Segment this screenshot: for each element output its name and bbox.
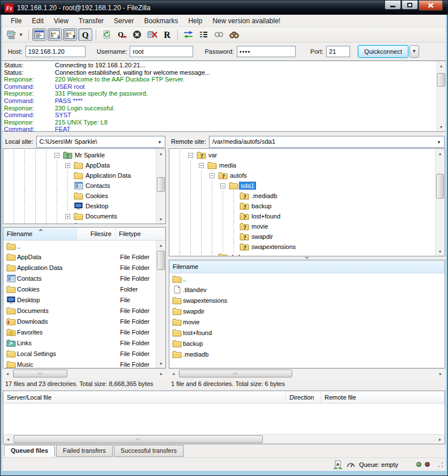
scroll-up-icon[interactable]: ▲ [156, 241, 165, 250]
scroll-right-icon[interactable]: ► [436, 369, 445, 378]
scroll-up-icon[interactable]: ▲ [156, 149, 165, 158]
speed-limit-icon[interactable] [346, 460, 356, 469]
file-row-item[interactable]: .. [3, 241, 156, 251]
local-tree-scrollbar[interactable]: ▲ ▼ [156, 149, 165, 224]
collapse-icon[interactable]: − [199, 163, 204, 168]
scroll-right-icon[interactable]: ► [436, 435, 445, 444]
tab-queued-files[interactable]: Queued files [4, 445, 55, 457]
tree-item-sda1[interactable]: −sda1 [170, 181, 435, 191]
port-input[interactable] [326, 46, 350, 57]
quickconnect-button[interactable]: Quickconnect [358, 45, 408, 58]
menu-item-view[interactable]: View [49, 16, 74, 26]
file-row-application-data[interactable]: Application DataFile Folder [3, 262, 156, 273]
cancel-button[interactable] [130, 28, 144, 41]
local-list-scrollbar[interactable]: ▲ ▼ [156, 241, 165, 368]
file-row-item[interactable]: .. [169, 273, 445, 284]
scroll-thumb[interactable] [13, 370, 67, 378]
tree-item-media[interactable]: −media [170, 160, 435, 170]
scroll-track[interactable] [12, 435, 436, 444]
tree-item-lost-found[interactable]: ?lost+found [170, 211, 435, 221]
scroll-down-icon[interactable]: ▼ [156, 215, 165, 224]
menu-item-edit[interactable]: Edit [27, 16, 49, 26]
tree-item-cookies[interactable]: Cookies [4, 191, 156, 201]
toggle-queue-button[interactable]: Q [78, 28, 92, 41]
chevron-down-icon[interactable]: ▼ [157, 140, 162, 145]
quickconnect-dropdown[interactable]: ▼ [409, 45, 419, 58]
remote-horizontal-scrollbar[interactable]: ◄ ► [169, 368, 445, 378]
file-row-movie[interactable]: movie [169, 316, 445, 327]
file-row-downloads[interactable]: DownloadsFile Folder [3, 316, 156, 327]
toggle-message-log-button[interactable] [32, 28, 46, 41]
tab-successful-transfers[interactable]: Successful transfers [114, 445, 184, 457]
scroll-left-icon[interactable]: ◄ [169, 369, 178, 378]
file-row-mediadb[interactable]: .mediadb [169, 349, 445, 359]
directory-listing-filters-button[interactable] [197, 28, 211, 41]
scroll-track[interactable] [436, 158, 445, 247]
disconnect-button[interactable] [145, 28, 159, 41]
file-row-documents[interactable]: DocumentsFile Folder [3, 305, 156, 316]
file-row-lost-found[interactable]: lost+found [169, 327, 445, 338]
resize-grip[interactable] [438, 462, 443, 468]
scroll-right-icon[interactable]: ► [157, 369, 166, 378]
menu-item-help[interactable]: Help [183, 16, 207, 26]
compare-directories-button[interactable] [181, 28, 195, 41]
scroll-down-icon[interactable]: ▼ [436, 247, 445, 256]
remote-tree-scrollbar[interactable]: ▲ ▼ [435, 149, 445, 256]
title-bar[interactable]: Fz 192.168.1.20 - root@192.168.1.20 - Fi… [1, 1, 447, 15]
scroll-track[interactable] [12, 369, 157, 378]
tree-item-documents[interactable]: +Documents [4, 211, 156, 221]
file-row-links[interactable]: LinksFile Folder [3, 337, 156, 348]
scroll-down-icon[interactable]: ▼ [437, 122, 446, 131]
file-row-desktop[interactable]: DesktopFile [3, 294, 156, 305]
column-filesize[interactable]: Filesize [77, 228, 116, 240]
scroll-track[interactable] [437, 70, 446, 122]
file-row-favorites[interactable]: FavoritesFile Folder [3, 327, 156, 337]
scroll-left-icon[interactable]: ◄ [3, 435, 12, 444]
tree-item-swapdir[interactable]: ?swapdir [170, 231, 435, 242]
tree-item-application-data[interactable]: Application Data [4, 170, 156, 181]
tree-item-appdata[interactable]: +AppData [4, 160, 156, 170]
queue-column-server-local-file[interactable]: Server/Local file [3, 391, 286, 403]
local-horizontal-scrollbar[interactable]: ◄ ► [3, 368, 166, 378]
tree-item-backup[interactable]: ?backup [170, 201, 435, 211]
expand-icon[interactable]: + [65, 214, 70, 219]
collapse-icon[interactable]: − [220, 183, 225, 188]
column-filetype[interactable]: Filetype [116, 228, 165, 240]
queue-column-direction[interactable]: Direction [286, 391, 321, 403]
tab-failed-transfers[interactable]: Failed transfers [56, 445, 113, 457]
scroll-left-icon[interactable]: ◄ [3, 369, 12, 378]
file-row-titandev[interactable]: .titandev [169, 284, 445, 295]
minimize-button[interactable] [385, 1, 401, 10]
file-row-backup[interactable]: backup [169, 338, 445, 349]
file-row-contacts[interactable]: ContactsFile Folder [3, 273, 156, 284]
site-manager-button[interactable]: ▼ [5, 28, 25, 41]
tree-item-movie[interactable]: ?movie [170, 221, 435, 231]
tree-item-dvd[interactable]: ?dvd [170, 252, 435, 256]
find-files-button[interactable] [227, 28, 241, 41]
close-button[interactable] [419, 1, 443, 11]
tree-item-autofs[interactable]: −?autofs [170, 170, 435, 181]
scroll-up-icon[interactable]: ▲ [437, 61, 446, 70]
file-row-cookies[interactable]: CookiesFolder [3, 284, 156, 294]
collapse-icon[interactable]: − [54, 153, 59, 158]
password-input[interactable] [237, 46, 296, 57]
file-row-local-settings[interactable]: Local SettingsFile Folder [3, 348, 156, 359]
scroll-thumb[interactable] [157, 177, 165, 192]
process-queue-button[interactable]: Q [115, 28, 129, 41]
scroll-thumb[interactable] [179, 370, 292, 378]
menu-item-server[interactable]: Server [109, 16, 139, 26]
message-log-scrollbar[interactable]: ▲ ▼ [436, 61, 446, 131]
scroll-down-icon[interactable]: ▼ [156, 359, 165, 368]
reconnect-button[interactable]: R [160, 28, 174, 41]
tree-item-mediadb[interactable]: ?.mediadb [170, 191, 435, 201]
tree-item-downloads[interactable]: +Downloads [4, 221, 156, 224]
refresh-button[interactable] [100, 28, 114, 41]
file-row-swapdir[interactable]: swapdir [169, 306, 445, 316]
scroll-thumb[interactable] [14, 435, 263, 443]
chevron-down-icon[interactable]: ▼ [19, 32, 23, 37]
toggle-remote-tree-button[interactable]: F [63, 28, 77, 41]
collapse-icon[interactable]: − [188, 153, 193, 158]
toggle-local-tree-button[interactable]: L [48, 28, 62, 41]
menu-item-bookmarks[interactable]: Bookmarks [139, 16, 183, 26]
host-input[interactable] [25, 46, 86, 57]
